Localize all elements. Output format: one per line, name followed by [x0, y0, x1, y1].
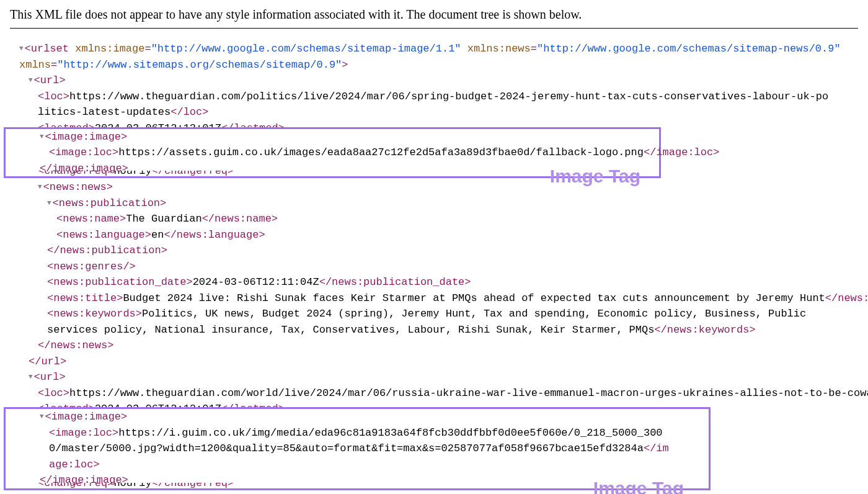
annotation-box-1: ▼<image:image> <image:loc>https://assets… — [4, 127, 661, 179]
url1-news-open[interactable]: ▼<news:news> — [10, 179, 858, 195]
collapse-icon[interactable]: ▼ — [40, 132, 44, 142]
url1-pubdate: <news:publication_date>2024-03-06T12:11:… — [10, 274, 858, 290]
url1-keywords: <news:keywords>Politics, UK news, Budget… — [10, 306, 858, 338]
url2-imageloc: <image:loc>https://i.guim.co.uk/img/medi… — [12, 425, 709, 473]
url1-loc: <loc>https://www.theguardian.com/politic… — [10, 89, 858, 120]
url2-image-open[interactable]: ▼<image:image> — [12, 409, 709, 425]
url1-pub-open[interactable]: ▼<news:publication> — [10, 195, 858, 212]
url1-image-open[interactable]: ▼<image:image> — [12, 129, 659, 145]
xml-notice: This XML file does not appear to have an… — [10, 7, 858, 29]
url1-lastmod: <lastmod>2024-03-06T12:12:01Z</lastmod> — [10, 120, 858, 127]
collapse-icon[interactable]: ▼ — [40, 411, 44, 422]
url1-title: <news:title>Budget 2024 live: Rishi Suna… — [10, 290, 858, 307]
collapse-icon[interactable]: ▼ — [29, 75, 33, 86]
url2-news-open[interactable]: ▼<news:news> — [10, 492, 858, 495]
urlset-open[interactable]: ▼<urlset xmlns:image="http://www.google.… — [10, 41, 858, 57]
collapse-icon[interactable]: ▼ — [47, 198, 51, 209]
url1-lang: <news:language>en</news:language> — [10, 227, 858, 243]
url2-loc: <loc>https://www.theguardian.com/world/l… — [10, 385, 858, 402]
urlset-cont: xmlns="http://www.sitemaps.org/schemas/s… — [10, 57, 858, 73]
collapse-icon[interactable]: ▼ — [19, 43, 24, 54]
url1-name: <news:name>The Guardian</news:name> — [10, 211, 858, 227]
annotation-label-1: Image Tag — [550, 162, 640, 190]
annotation-box-2: ▼<image:image> <image:loc>https://i.guim… — [4, 407, 711, 490]
xml-tree: ▼<urlset xmlns:image="http://www.google.… — [10, 41, 858, 494]
collapse-icon[interactable]: ▼ — [29, 372, 33, 382]
url1-news-close: </news:news> — [10, 338, 858, 354]
url1-genres: <news:genres/> — [10, 259, 858, 275]
url1-imageloc: <image:loc>https://assets.guim.co.uk/ima… — [12, 145, 659, 161]
collapse-icon[interactable]: ▼ — [38, 182, 42, 192]
url1-close: </url> — [10, 354, 858, 370]
url1-pub-close: </news:publication> — [10, 243, 858, 259]
url1-open[interactable]: ▼<url> — [10, 73, 858, 89]
url2-open[interactable]: ▼<url> — [10, 369, 858, 385]
annotation-label-2: Image Tag — [593, 474, 684, 495]
